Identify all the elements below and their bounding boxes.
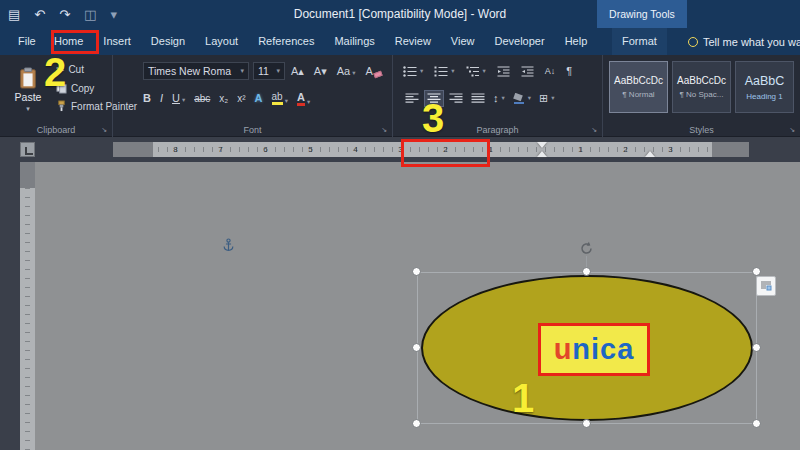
right-indent-marker[interactable]: [645, 151, 655, 157]
word-window: ▤ ↶ ↷ ◫ ▾ Document1 [Compatibility Mode]…: [0, 0, 800, 450]
change-case-button[interactable]: Aa ▾: [337, 65, 356, 77]
ribbon-tab[interactable]: Developer: [485, 28, 555, 55]
subscript-button[interactable]: x₂: [219, 93, 228, 104]
chevron-down-icon: ▾: [551, 94, 554, 102]
resize-handle-se[interactable]: [752, 419, 761, 428]
clipboard-group-label: Clipboard: [0, 125, 112, 135]
ribbon-tab[interactable]: Layout: [195, 28, 248, 55]
ruler-number: 7: [198, 142, 243, 157]
ruler-left-margin: [113, 142, 153, 157]
italic-button[interactable]: I: [160, 92, 163, 104]
left-indent-marker[interactable]: [537, 151, 547, 157]
strikethrough-button[interactable]: abc: [194, 93, 210, 104]
increase-indent-button[interactable]: [519, 64, 536, 79]
tab-file[interactable]: File: [8, 28, 46, 55]
resize-handle-e[interactable]: [752, 343, 761, 352]
resize-handle-sw[interactable]: [412, 419, 421, 428]
ruler-number: 2: [603, 142, 648, 157]
justify-button[interactable]: [469, 91, 487, 106]
resize-handle-w[interactable]: [412, 343, 421, 352]
align-center-button[interactable]: [425, 91, 443, 106]
ribbon-tab[interactable]: Help: [555, 28, 598, 55]
style-normal[interactable]: AaBbCcDc ¶ Normal: [609, 61, 668, 113]
underline-button[interactable]: U ▾: [172, 92, 185, 104]
rotate-handle-icon[interactable]: [579, 241, 594, 256]
ruler-number: 5: [288, 142, 333, 157]
logo-text-lead: u: [554, 333, 573, 366]
multilevel-list-button[interactable]: ▾: [464, 64, 488, 79]
drawing-tools-header: Drawing Tools: [597, 0, 687, 28]
align-left-button[interactable]: [403, 91, 421, 106]
title-bar: ▤ ↶ ↷ ◫ ▾ Document1 [Compatibility Mode]…: [0, 0, 800, 28]
decrease-indent-button[interactable]: [495, 64, 512, 79]
resize-handle-s[interactable]: [582, 419, 591, 428]
cut-button[interactable]: ✂ Cut: [56, 64, 84, 75]
borders-button[interactable]: ⊞ ▾: [537, 90, 556, 107]
ribbon-tab[interactable]: Insert: [93, 28, 141, 55]
ribbon-tab[interactable]: Review: [385, 28, 441, 55]
logo-textbox[interactable]: unica: [538, 323, 650, 376]
tab-selector[interactable]: [20, 142, 35, 157]
bold-button[interactable]: B: [143, 92, 151, 104]
styles-dialog-launcher-icon[interactable]: ↘: [789, 126, 795, 134]
superscript-button[interactable]: x²: [237, 93, 245, 104]
numbering-button[interactable]: ▾: [432, 64, 456, 79]
font-name-combobox[interactable]: Times New Roma ▾: [143, 62, 249, 80]
font-size-value: 11: [258, 65, 269, 77]
layout-options-button[interactable]: [756, 276, 776, 296]
clipboard-dialog-launcher-icon[interactable]: ↘: [101, 126, 107, 134]
line-spacing-icon: ↕: [493, 92, 499, 104]
text-effects-button[interactable]: A: [255, 92, 263, 104]
ribbon-tab[interactable]: Mailings: [324, 28, 384, 55]
group-clipboard: Paste ▾ ✂ Cut Copy Format P: [0, 55, 113, 137]
font-color-button[interactable]: A ▾: [297, 91, 310, 106]
resize-handle-nw[interactable]: [412, 267, 421, 276]
logo-text-rest: nica: [572, 333, 634, 366]
ruler-number: 1: [468, 142, 513, 157]
paste-button[interactable]: Paste ▾: [6, 61, 50, 119]
align-right-button[interactable]: [447, 91, 465, 106]
highlight-button[interactable]: ab ▾: [272, 91, 288, 105]
left-panel: [0, 162, 20, 450]
clear-formatting-button[interactable]: A: [365, 65, 381, 77]
line-spacing-button[interactable]: ↕ ▾: [491, 90, 507, 106]
resize-handle-n[interactable]: [582, 267, 591, 276]
show-formatting-marks-button[interactable]: ¶: [564, 63, 574, 79]
chevron-down-icon: ▾: [240, 67, 244, 75]
style-heading1[interactable]: AaBbC Heading 1: [735, 61, 794, 113]
font-color-icon: A: [297, 91, 305, 106]
cut-icon: ✂: [56, 64, 64, 75]
ribbon: Paste ▾ ✂ Cut Copy Format P: [0, 55, 800, 137]
bullets-button[interactable]: ▾: [401, 64, 425, 79]
chevron-down-icon: ▾: [502, 94, 505, 102]
resize-handle-ne[interactable]: [752, 267, 761, 276]
justify-icon: [471, 93, 485, 104]
ribbon-tab[interactable]: References: [248, 28, 324, 55]
first-line-indent-marker[interactable]: [537, 142, 547, 148]
font-dialog-launcher-icon[interactable]: ↘: [381, 126, 387, 134]
ribbon-tab[interactable]: Design: [141, 28, 195, 55]
shading-button[interactable]: ▾: [511, 91, 533, 106]
font-size-combobox[interactable]: 11 ▾: [253, 62, 285, 80]
sort-button[interactable]: A↓: [543, 64, 558, 78]
paste-icon: [18, 67, 38, 89]
ribbon-tab[interactable]: Home: [44, 28, 93, 55]
tell-me-box[interactable]: Tell me what you wa: [688, 28, 800, 55]
copy-icon: [56, 82, 67, 94]
layout-options-icon: [759, 279, 773, 293]
anchor-icon: [222, 238, 235, 257]
style-no-spacing[interactable]: AaBbCcDc ¶ No Spac...: [672, 61, 731, 113]
ribbon-tab[interactable]: View: [441, 28, 485, 55]
highlight-icon: ab: [272, 91, 283, 105]
paragraph-dialog-launcher-icon[interactable]: ↘: [591, 126, 597, 134]
chevron-down-icon: ▾: [451, 67, 454, 75]
tab-format[interactable]: Format: [612, 28, 667, 55]
document-canvas[interactable]: unica: [0, 162, 800, 450]
ruler-number: 2: [423, 142, 468, 157]
copy-button[interactable]: Copy: [56, 82, 94, 94]
chevron-down-icon: ▾: [182, 96, 185, 104]
grow-font-button[interactable]: A▴: [291, 65, 304, 78]
horizontal-ruler: 87654321123: [113, 142, 749, 157]
ruler-numbers: 87654321123: [153, 142, 693, 157]
shrink-font-button[interactable]: A▾: [314, 65, 327, 78]
